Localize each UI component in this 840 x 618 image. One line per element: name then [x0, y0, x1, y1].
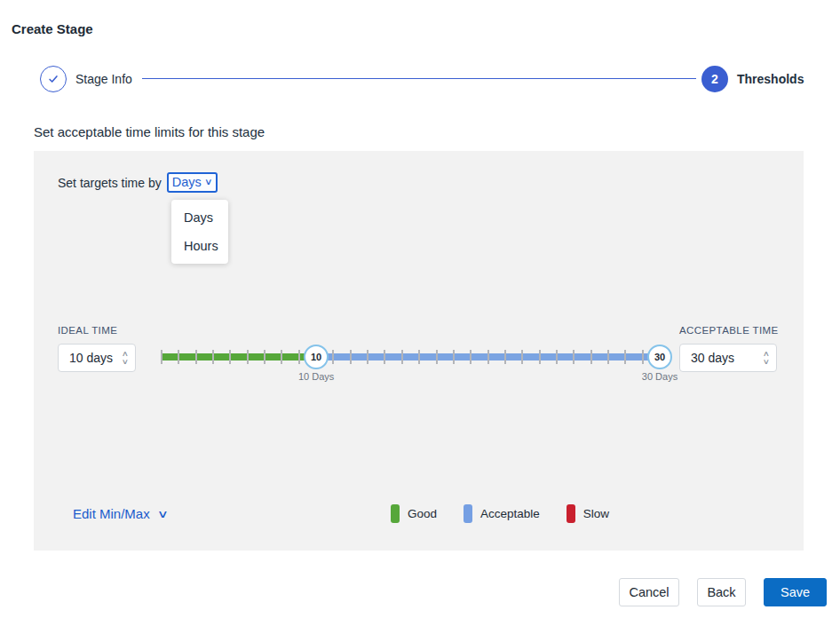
slider-handle-ideal[interactable]: 10 — [304, 345, 329, 369]
slider-acceptable-sublabel: 30 Days — [642, 371, 678, 382]
slider-tick — [384, 350, 385, 364]
ideal-time-input[interactable]: 10 days ∧ ∨ — [58, 344, 136, 372]
legend-item-slow: Slow — [567, 504, 609, 523]
stepper-connector — [142, 78, 696, 79]
legend-item-good: Good — [391, 504, 437, 523]
stepper-down-icon[interactable]: ∨ — [763, 359, 770, 366]
target-time-value: Days — [172, 175, 202, 189]
stepper-down-icon[interactable]: ∨ — [122, 359, 129, 366]
legend-swatch — [391, 504, 400, 523]
step-stage-info-label: Stage Info — [75, 72, 132, 86]
footer-actions: Cancel Back Save — [619, 578, 827, 606]
target-time-row: Set targets time by Days ∨ — [58, 172, 218, 193]
step-thresholds[interactable]: 2 Thresholds — [701, 66, 804, 92]
slider-tick — [642, 350, 644, 364]
legend-swatch — [464, 504, 472, 523]
legend-swatch — [567, 504, 575, 523]
stepper: Stage Info 2 Thresholds — [0, 66, 840, 92]
slider-tick — [521, 350, 523, 364]
dropdown-option-hours[interactable]: Hours — [171, 232, 228, 260]
target-time-label: Set targets time by — [58, 176, 162, 190]
page-title: Create Stage — [12, 21, 93, 36]
slider-good-segment — [162, 353, 316, 360]
slider-tick — [487, 350, 489, 364]
step-complete-icon — [40, 66, 67, 92]
legend-label: Slow — [583, 507, 609, 520]
target-time-dropdown-menu: DaysHours — [171, 200, 228, 264]
checkmark-icon — [47, 73, 59, 85]
ideal-time-value: 10 days — [59, 351, 115, 365]
slider-tick — [367, 350, 368, 364]
ideal-time-stepper[interactable]: ∧ ∨ — [115, 345, 135, 371]
slider-ideal-sublabel: 10 Days — [298, 371, 334, 382]
slider-tick — [332, 350, 334, 364]
legend-label: Good — [408, 507, 437, 520]
stepper-up-icon[interactable]: ∧ — [122, 351, 129, 358]
acceptable-time-label: ACCEPTABLE TIME — [679, 325, 779, 336]
step-stage-info[interactable]: Stage Info — [40, 66, 132, 92]
thresholds-panel: Set targets time by Days ∨ DaysHours IDE… — [34, 151, 804, 551]
edit-minmax-toggle[interactable]: Edit Min/Max ∨ — [73, 506, 167, 521]
slider-tick — [281, 350, 282, 364]
slider-tick — [161, 350, 162, 364]
acceptable-time-stepper[interactable]: ∧ ∨ — [757, 345, 776, 371]
slider-tick — [418, 350, 420, 364]
step-thresholds-label: Thresholds — [737, 72, 804, 86]
slider-tick — [539, 350, 541, 364]
legend-label: Acceptable — [480, 507, 540, 520]
slider-tick — [212, 350, 214, 364]
slider-tick — [607, 350, 609, 364]
back-button[interactable]: Back — [697, 578, 746, 606]
slider-tick — [453, 350, 455, 364]
edit-minmax-label: Edit Min/Max — [73, 506, 150, 521]
slider-tick — [195, 350, 197, 364]
cancel-button[interactable]: Cancel — [619, 578, 679, 606]
chevron-down-icon: ∨ — [157, 508, 169, 520]
slider-tick — [470, 350, 472, 364]
time-range-slider[interactable]: 10 30 10 Days 30 Days — [162, 353, 660, 360]
legend-item-acceptable: Acceptable — [464, 504, 540, 523]
stepper-up-icon[interactable]: ∧ — [763, 351, 770, 358]
slider-tick — [624, 350, 626, 364]
slider-tick — [264, 350, 265, 364]
slider-tick — [436, 350, 438, 364]
create-stage-dialog: Create Stage Stage Info 2 Thresholds Set… — [0, 0, 840, 618]
slider-tick — [350, 350, 352, 364]
save-button[interactable]: Save — [764, 578, 827, 606]
slider-handle-acceptable[interactable]: 30 — [647, 345, 672, 369]
dropdown-option-days[interactable]: Days — [171, 203, 228, 232]
section-heading: Set acceptable time limits for this stag… — [34, 124, 265, 139]
target-time-dropdown[interactable]: Days ∨ — [167, 172, 218, 193]
slider-tick — [247, 350, 249, 364]
slider-tick — [573, 350, 575, 364]
ideal-time-label: IDEAL TIME — [58, 325, 117, 336]
slider-tick — [504, 350, 506, 364]
slider-tick — [401, 350, 403, 364]
slider-tick — [590, 350, 592, 364]
step-number-badge: 2 — [701, 66, 728, 92]
slider-tick — [178, 350, 179, 364]
acceptable-time-value: 30 days — [680, 351, 757, 365]
slider-tick — [298, 350, 300, 364]
slider-tick — [556, 350, 558, 364]
slider-tick — [229, 350, 231, 364]
acceptable-time-input[interactable]: 30 days ∧ ∨ — [679, 344, 777, 372]
chevron-down-icon: ∨ — [204, 178, 213, 186]
slider-legend: GoodAcceptableSlow — [391, 504, 609, 523]
